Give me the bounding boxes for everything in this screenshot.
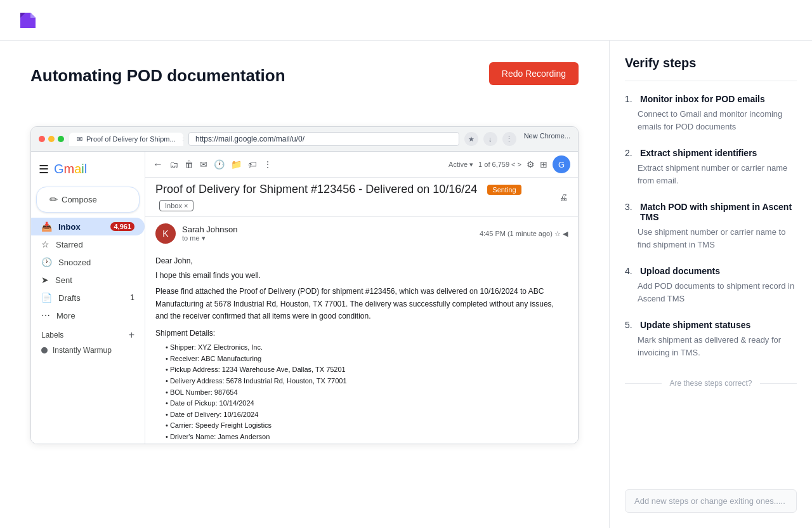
nav-sent-label: Sent — [55, 275, 72, 285]
email-body: Dear John, I hope this email finds you w… — [145, 250, 578, 444]
email-body-text: Please find attached the Proof of Delive… — [155, 286, 568, 322]
browser-tab-favicon: ✉ — [77, 135, 82, 143]
step-5-number: 5. — [625, 320, 638, 330]
steps-correct-text: Are these steps correct? — [669, 379, 752, 388]
gmail-container: ☰ Gmail ✏ Compose 📥 Inbox 4,961 — [31, 152, 578, 444]
add-steps-input[interactable]: Add new steps or change exiting ones....… — [625, 489, 797, 513]
label-dot — [41, 347, 48, 353]
divider-right — [760, 383, 797, 384]
grid-icon[interactable]: ⊞ — [540, 159, 547, 169]
nav-item-drafts[interactable]: 📄 Drafts 1 — [31, 289, 145, 307]
step-3-number: 3. — [625, 202, 638, 212]
step-2-title: Extract shipment identifiers — [640, 148, 757, 158]
browser-tab-title: Proof of Delivery for Shipm... — [86, 135, 176, 143]
browser-download-icon[interactable]: ↓ — [483, 132, 497, 146]
archive-icon[interactable]: 🗂 — [169, 159, 178, 169]
email-toolbar: ← 🗂 🗑 ✉ 🕐 📁 🏷 ⋮ — [153, 159, 272, 170]
step-4-description: Add POD documents to shipment record in … — [625, 280, 797, 305]
compose-button[interactable]: ✏ Compose — [36, 187, 140, 213]
snooze-icon: 🕐 — [41, 257, 52, 267]
step-1-header: 1. Monitor inbox for POD emails — [625, 94, 797, 104]
step-5-description: Mark shipment as delivered & ready for i… — [625, 334, 797, 359]
step-5-title: Update shipment statuses — [640, 320, 750, 330]
step-1-number: 1. — [625, 94, 638, 104]
star-icon: ☆ — [41, 239, 49, 249]
delete-icon[interactable]: 🗑 — [185, 159, 193, 169]
step-5-header: 5. Update shipment statuses — [625, 320, 797, 330]
step-3-title: Match POD with shipment in Ascent TMS — [640, 202, 797, 222]
detail-delivery-date: Date of Delivery: 10/16/2024 — [155, 409, 568, 421]
inbox-icon: 📥 — [41, 221, 52, 232]
browser-mockup: ✉ Proof of Delivery for Shipm... ✕ https… — [30, 126, 579, 444]
browser-address-bar[interactable]: https://mail.google.com/mail/u/0/ — [188, 132, 459, 146]
subject-area: Proof of Delivery for Shipment #123456 -… — [155, 183, 559, 211]
compose-icon: ✏ — [49, 194, 58, 206]
browser-chrome: ✉ Proof of Delivery for Shipm... ✕ https… — [31, 127, 578, 152]
email-greeting: Dear John, — [155, 255, 568, 267]
labels-header: Labels — [41, 331, 63, 340]
labels-section: Labels + — [31, 324, 145, 343]
sender-info: Sarah Johnson to me ▾ — [182, 225, 473, 242]
browser-dots — [39, 136, 64, 142]
steps-correct-divider: Are these steps correct? — [625, 379, 797, 388]
back-icon[interactable]: ← — [153, 159, 163, 170]
compose-label: Compose — [62, 195, 97, 204]
gmail-top-bar: ← 🗂 🗑 ✉ 🕐 📁 🏷 ⋮ Active ▾ 1 of 6,759 < > — [145, 152, 578, 178]
email-timestamp: 4:45 PM (1 minute ago) ☆ ◀ — [480, 230, 568, 238]
nav-item-starred[interactable]: ☆ Starred — [31, 235, 145, 253]
app-header — [0, 0, 812, 41]
drafts-icon: 📄 — [41, 293, 52, 303]
browser-tab-close[interactable]: ✕ — [182, 136, 183, 143]
label-instantly-warmup[interactable]: Instantly Warmup — [31, 343, 145, 357]
inbox-badge: 4,961 — [110, 222, 134, 231]
step-3-description: Use shipment number or carrier name to f… — [625, 226, 797, 251]
move-icon[interactable]: 📁 — [231, 159, 242, 169]
browser-tab[interactable]: ✉ Proof of Delivery for Shipm... ✕ — [69, 133, 183, 146]
label-icon[interactable]: 🏷 — [248, 159, 257, 169]
browser-settings-icon[interactable]: ⋮ — [502, 132, 516, 146]
mark-read-icon[interactable]: ✉ — [200, 159, 207, 169]
step-item-3: 3. Match POD with shipment in Ascent TMS… — [625, 202, 797, 251]
nav-snoozed-label: Snoozed — [58, 258, 91, 267]
nav-item-more[interactable]: ⋯ More — [31, 307, 145, 324]
gmail-menu-icon[interactable]: ☰ — [39, 162, 49, 176]
shipment-details-title: Shipment Details: — [155, 327, 568, 340]
page-title: Automating POD documentation — [30, 66, 285, 86]
shipment-details: Shipment Details: Shipper: XYZ Electroni… — [155, 327, 568, 443]
labels-add-icon[interactable]: + — [129, 329, 134, 341]
avatar-top[interactable]: G — [553, 155, 570, 173]
redo-recording-button[interactable]: Redo Recording — [489, 62, 579, 85]
email-inbox-tag: Inbox × — [159, 200, 193, 211]
step-4-number: 4. — [625, 266, 638, 276]
step-item-4: 4. Upload documents Add POD documents to… — [625, 266, 797, 305]
detail-carrier: Carrier: Speedy Freight Logistics — [155, 420, 568, 432]
email-senting-tag: Senting — [487, 185, 521, 195]
drafts-count: 1 — [130, 293, 134, 302]
gmail-logo-area: ☰ Gmail — [31, 157, 145, 182]
step-2-description: Extract shipment number or carrier name … — [625, 162, 797, 187]
step-4-title: Upload documents — [640, 266, 720, 276]
sender-name: Sarah Johnson — [182, 225, 473, 234]
step-4-header: 4. Upload documents — [625, 266, 797, 276]
snooze-btn-icon[interactable]: 🕐 — [214, 159, 225, 169]
more-actions-icon[interactable]: ⋮ — [263, 159, 272, 169]
right-panel: Verify steps 1. Monitor inbox for POD em… — [609, 41, 812, 528]
nav-starred-label: Starred — [56, 240, 83, 249]
divider-left — [625, 383, 662, 384]
browser-bookmark-icon[interactable]: ★ — [464, 132, 478, 146]
nav-item-inbox[interactable]: 📥 Inbox 4,961 — [31, 218, 145, 235]
print-icon[interactable]: 🖨 — [559, 192, 568, 202]
nav-item-snoozed[interactable]: 🕐 Snoozed — [31, 253, 145, 271]
gmail-logo: Gmail — [54, 162, 87, 176]
sender-to: to me ▾ — [182, 234, 473, 242]
gmail-top-right: Active ▾ 1 of 6,759 < > ⚙ ⊞ G — [449, 155, 570, 173]
step-item-2: 2. Extract shipment identifiers Extract … — [625, 148, 797, 187]
title-row: Automating POD documentation Redo Record… — [30, 66, 579, 106]
nav-item-sent[interactable]: ➤ Sent — [31, 271, 145, 289]
active-indicator: Active ▾ — [449, 161, 473, 169]
step-2-header: 2. Extract shipment identifiers — [625, 148, 797, 158]
settings-icon[interactable]: ⚙ — [527, 159, 535, 169]
new-chrome-label: New Chrome... — [524, 132, 570, 146]
gmail-sidebar: ☰ Gmail ✏ Compose 📥 Inbox 4,961 — [31, 152, 145, 444]
detail-receiver: Receiver: ABC Manufacturing — [155, 353, 568, 365]
